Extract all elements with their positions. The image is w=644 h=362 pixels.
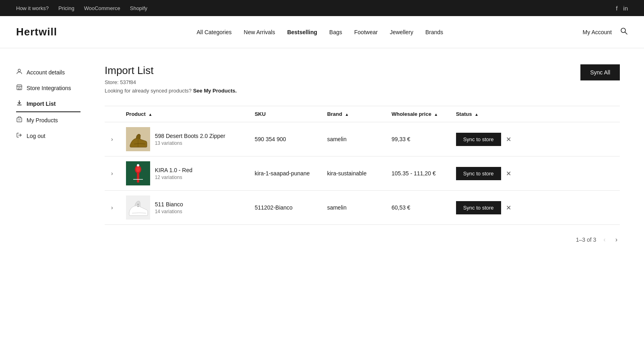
col-product-header[interactable]: Product ▲ xyxy=(120,106,248,122)
topbar-social: f in xyxy=(616,5,628,12)
price-cell: 105.35 - 111,20 € xyxy=(385,156,450,191)
row-expand-cell: › xyxy=(105,156,120,191)
svg-point-17 xyxy=(137,206,138,207)
svg-line-1 xyxy=(625,32,627,34)
import-list-header: Import List Store: 537f84 Looking for al… xyxy=(105,64,620,94)
sidebar-label-store-integrations: Store Integrations xyxy=(27,85,71,91)
topbar-links: How it works? Pricing WooCommerce Shopif… xyxy=(16,5,147,11)
sidebar-item-import-list[interactable]: Import List xyxy=(16,96,80,112)
remove-product-button[interactable]: ✕ xyxy=(506,170,511,177)
sidebar-item-account-details[interactable]: Account details xyxy=(16,64,80,80)
product-cell: 511 Bianco 14 variations xyxy=(120,191,248,225)
topbar-link-how[interactable]: How it works? xyxy=(16,5,49,11)
product-variations: 14 variations xyxy=(155,209,183,214)
remove-product-button[interactable]: ✕ xyxy=(506,204,511,212)
brand-cell: samelin xyxy=(321,191,385,225)
svg-point-11 xyxy=(136,167,140,172)
sync-to-store-button[interactable]: Sync to store xyxy=(456,167,501,180)
price-cell: 60,53 € xyxy=(385,191,450,225)
store-icon xyxy=(16,84,23,92)
nav-jewellery[interactable]: Jewellery xyxy=(390,29,413,35)
product-thumbnail xyxy=(126,127,150,151)
my-account-link[interactable]: My Account xyxy=(583,29,612,35)
person-icon xyxy=(16,68,23,76)
table-row: › KIRA 1.0 - Red 12 variations xyxy=(105,156,620,191)
remove-product-button[interactable]: ✕ xyxy=(506,136,511,143)
status-cell: Sync to store ✕ xyxy=(450,122,620,156)
topbar-link-shopify[interactable]: Shopify xyxy=(130,5,147,11)
store-label: Store: 537f84 xyxy=(105,79,237,85)
download-icon xyxy=(16,100,23,107)
nav-all-categories[interactable]: All Categories xyxy=(196,29,231,35)
product-name: 598 Desert Boots 2.0 Zipper xyxy=(155,133,225,139)
pagination-prev-button[interactable]: ‹ xyxy=(601,234,608,245)
sidebar-label-import-list: Import List xyxy=(27,101,56,107)
sidebar-label-account-details: Account details xyxy=(27,69,65,76)
main-nav: All Categories New Arrivals Bestselling … xyxy=(196,29,443,35)
svg-point-16 xyxy=(137,204,138,205)
expand-arrow[interactable]: › xyxy=(111,136,113,142)
import-list-info: Import List Store: 537f84 Looking for al… xyxy=(105,64,237,94)
product-name: KIRA 1.0 - Red xyxy=(155,167,192,173)
nav-bags[interactable]: Bags xyxy=(329,29,342,35)
sidebar-label-logout: Log out xyxy=(27,133,45,139)
svg-rect-4 xyxy=(19,88,20,90)
product-info: 511 Bianco 14 variations xyxy=(155,201,183,214)
sidebar-item-my-products[interactable]: My Products xyxy=(16,112,80,128)
sidebar-label-my-products: My Products xyxy=(27,117,58,123)
col-expand-header xyxy=(105,106,120,122)
sku-cell: kira-1-saapad-punane xyxy=(248,156,321,191)
brand-cell: kira-sustainable xyxy=(321,156,385,191)
page-title: Import List xyxy=(105,64,237,77)
product-variations: 12 variations xyxy=(155,175,192,180)
price-sort-icon: ▲ xyxy=(434,112,438,117)
sync-to-store-button[interactable]: Sync to store xyxy=(456,133,501,146)
logout-icon xyxy=(16,132,23,140)
pagination-label: 1–3 of 3 xyxy=(576,237,597,243)
header-right: My Account xyxy=(583,27,628,37)
table-row: › 598 Desert Boots 2.0 Zipper 13 variati… xyxy=(105,122,620,156)
product-info: KIRA 1.0 - Red 12 variations xyxy=(155,167,192,180)
product-table: Product ▲ SKU Brand ▲ Wholesale price ▲ … xyxy=(105,106,620,225)
product-thumbnail xyxy=(126,161,150,185)
facebook-icon[interactable]: f xyxy=(616,5,617,12)
row-expand-cell: › xyxy=(105,191,120,225)
svg-point-14 xyxy=(137,164,139,167)
col-price-header[interactable]: Wholesale price ▲ xyxy=(385,106,450,122)
header: Hertwill All Categories New Arrivals Bes… xyxy=(0,16,644,48)
topbar: How it works? Pricing WooCommerce Shopif… xyxy=(0,0,644,16)
expand-arrow[interactable]: › xyxy=(111,204,113,211)
main-content: Import List Store: 537f84 Looking for al… xyxy=(89,48,644,362)
search-button[interactable] xyxy=(620,27,628,37)
topbar-link-woocommerce[interactable]: WooCommerce xyxy=(84,5,120,11)
brand-cell: samelin xyxy=(321,122,385,156)
col-status-header[interactable]: Status ▲ xyxy=(450,106,620,122)
sidebar-item-store-integrations[interactable]: Store Integrations xyxy=(16,80,80,96)
sidebar-item-logout[interactable]: Log out xyxy=(16,128,80,144)
expand-arrow[interactable]: › xyxy=(111,170,113,177)
row-expand-cell: › xyxy=(105,122,120,156)
svg-rect-12 xyxy=(137,173,139,183)
sync-prompt: Looking for already synced products? See… xyxy=(105,88,237,94)
see-my-products-link[interactable]: See My Products. xyxy=(193,88,237,94)
nav-footwear[interactable]: Footwear xyxy=(354,29,378,35)
status-sort-icon: ▲ xyxy=(475,112,479,117)
price-cell: 99,33 € xyxy=(385,122,450,156)
product-sort-icon: ▲ xyxy=(148,112,152,117)
logo[interactable]: Hertwill xyxy=(16,26,57,38)
topbar-link-pricing[interactable]: Pricing xyxy=(58,5,74,11)
nav-new-arrivals[interactable]: New Arrivals xyxy=(244,29,275,35)
pagination: 1–3 of 3 ‹ › xyxy=(105,234,620,245)
nav-bestselling[interactable]: Bestselling xyxy=(287,29,317,35)
svg-point-2 xyxy=(18,69,21,72)
brand-sort-icon: ▲ xyxy=(345,112,349,117)
col-brand-header[interactable]: Brand ▲ xyxy=(321,106,385,122)
linkedin-icon[interactable]: in xyxy=(623,5,628,12)
pagination-next-button[interactable]: › xyxy=(613,234,620,245)
nav-brands[interactable]: Brands xyxy=(425,29,443,35)
sidebar: Account details Store Integrations Impor… xyxy=(0,48,89,362)
product-cell: KIRA 1.0 - Red 12 variations xyxy=(120,156,248,191)
sync-to-store-button[interactable]: Sync to store xyxy=(456,201,501,214)
sync-all-button[interactable]: Sync All xyxy=(580,64,620,80)
svg-point-0 xyxy=(621,28,625,33)
